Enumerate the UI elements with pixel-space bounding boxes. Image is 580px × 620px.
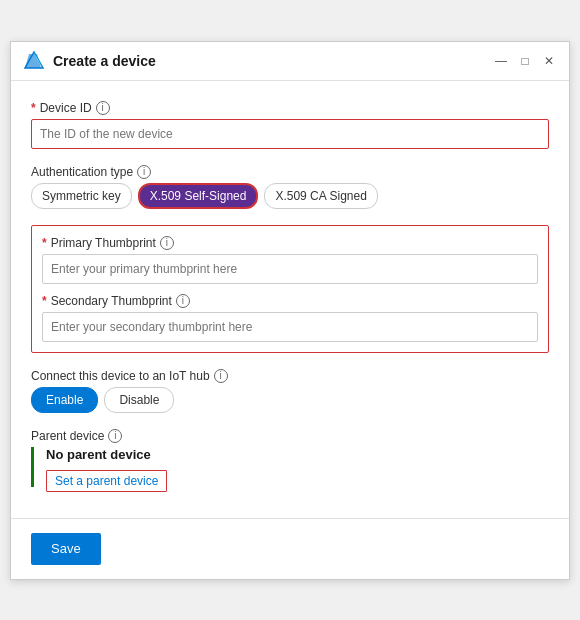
window-body: * Device ID i Authentication type i Symm… [11,81,569,518]
connect-enable-button[interactable]: Enable [31,387,98,413]
parent-text-block: No parent device Set a parent device [46,447,167,492]
maximize-button[interactable]: □ [517,53,533,69]
auth-type-buttons: Symmetric key X.509 Self-Signed X.509 CA… [31,183,549,209]
auth-type-label-row: Authentication type i [31,165,549,179]
minimize-icon: — [495,54,507,68]
device-id-required-star: * [31,101,36,115]
primary-thumbprint-label-row: * Primary Thumbprint i [42,236,538,250]
auth-type-label: Authentication type [31,165,133,179]
connect-group: Connect this device to an IoT hub i Enab… [31,369,549,413]
parent-device-info-icon[interactable]: i [108,429,122,443]
primary-thumbprint-group: * Primary Thumbprint i [42,236,538,284]
connect-info-icon[interactable]: i [214,369,228,383]
secondary-thumbprint-label: Secondary Thumbprint [51,294,172,308]
device-id-group: * Device ID i [31,101,549,149]
primary-thumbprint-info-icon[interactable]: i [160,236,174,250]
set-parent-device-link[interactable]: Set a parent device [46,470,167,492]
parent-device-label: Parent device [31,429,104,443]
auth-type-group: Authentication type i Symmetric key X.50… [31,165,549,209]
title-bar-left: Create a device [23,50,156,72]
title-bar-controls: — □ ✕ [493,53,557,69]
window-footer: Save [11,518,569,579]
connect-toggle-buttons: Enable Disable [31,387,549,413]
parent-device-group: Parent device i No parent device Set a p… [31,429,549,492]
close-button[interactable]: ✕ [541,53,557,69]
secondary-thumbprint-required-star: * [42,294,47,308]
primary-thumbprint-input[interactable] [42,254,538,284]
maximize-icon: □ [521,54,528,68]
save-button[interactable]: Save [31,533,101,565]
connect-disable-button[interactable]: Disable [104,387,174,413]
title-bar: Create a device — □ ✕ [11,42,569,81]
parent-content: No parent device Set a parent device [31,447,549,492]
minimize-button[interactable]: — [493,53,509,69]
auth-btn-x509ca[interactable]: X.509 CA Signed [264,183,377,209]
auth-btn-symmetric[interactable]: Symmetric key [31,183,132,209]
connect-label-row: Connect this device to an IoT hub i [31,369,549,383]
connect-label: Connect this device to an IoT hub [31,369,210,383]
secondary-thumbprint-info-icon[interactable]: i [176,294,190,308]
secondary-thumbprint-label-row: * Secondary Thumbprint i [42,294,538,308]
thumbprint-section: * Primary Thumbprint i * Secondary Thumb… [31,225,549,353]
secondary-thumbprint-input[interactable] [42,312,538,342]
primary-thumbprint-label: Primary Thumbprint [51,236,156,250]
device-id-input[interactable] [31,119,549,149]
device-id-label-row: * Device ID i [31,101,549,115]
device-id-label: Device ID [40,101,92,115]
device-id-info-icon[interactable]: i [96,101,110,115]
no-parent-text: No parent device [46,447,167,462]
parent-device-label-row: Parent device i [31,429,549,443]
create-device-window: Create a device — □ ✕ * Device ID i [10,41,570,580]
auth-btn-x509self[interactable]: X.509 Self-Signed [138,183,259,209]
close-icon: ✕ [544,54,554,68]
window-title: Create a device [53,53,156,69]
auth-type-info-icon[interactable]: i [137,165,151,179]
app-logo [23,50,45,72]
green-bar-indicator [31,447,34,487]
secondary-thumbprint-group: * Secondary Thumbprint i [42,294,538,342]
primary-thumbprint-required-star: * [42,236,47,250]
